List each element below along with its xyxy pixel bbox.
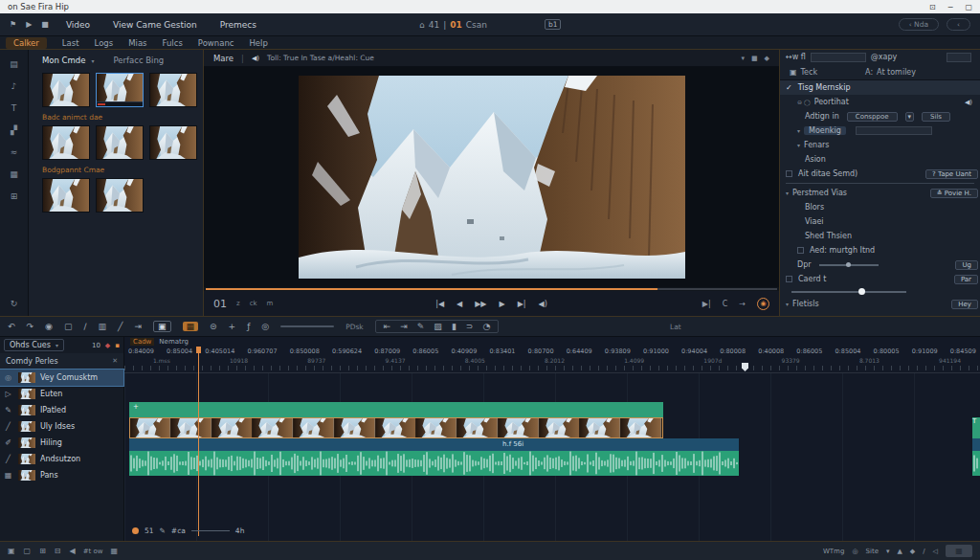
props-search-input[interactable] bbox=[811, 53, 866, 62]
scene-thumbnail[interactable] bbox=[253, 418, 294, 437]
clock-icon[interactable]: ◔ bbox=[482, 322, 490, 331]
search-box[interactable]: ‹ Nda bbox=[899, 18, 939, 31]
keyframe-icon[interactable]: ⊃ bbox=[466, 322, 474, 331]
fx-icon[interactable]: ƒ bbox=[247, 322, 250, 331]
mute-icon[interactable]: ◀) bbox=[959, 99, 978, 106]
zoom-icon[interactable]: ◎ bbox=[261, 322, 269, 331]
panel-icon[interactable]: ▦ bbox=[111, 547, 119, 555]
trim-icon[interactable]: ▥ bbox=[99, 322, 107, 331]
props-tree-row[interactable]: Asion bbox=[780, 152, 980, 167]
props-sub-item[interactable]: Blors bbox=[780, 200, 980, 214]
moenkig-input[interactable] bbox=[856, 126, 932, 135]
next-title-clip[interactable]: T bbox=[972, 417, 980, 438]
text-icon[interactable]: T bbox=[11, 103, 17, 113]
scene-thumbnail[interactable] bbox=[18, 389, 35, 399]
razor-icon[interactable]: ∕ bbox=[83, 322, 86, 331]
layer-row[interactable]: ▷ Euten bbox=[0, 386, 123, 402]
scene-thumbnail[interactable] bbox=[580, 418, 621, 437]
menu2-item[interactable]: Mias bbox=[128, 38, 146, 48]
scene-thumbnail[interactable] bbox=[540, 418, 581, 437]
layer-row[interactable]: ◎ Vey Comusktm bbox=[0, 370, 123, 386]
speaker-icon[interactable]: ◀) bbox=[252, 55, 259, 62]
red-marker-icon[interactable]: ◆ bbox=[105, 342, 110, 349]
scene-thumbnail[interactable] bbox=[130, 418, 171, 437]
props-sub-item[interactable]: Shed Thsien bbox=[780, 229, 980, 243]
dropdown-icon[interactable]: ▾ bbox=[741, 55, 745, 62]
slash-icon[interactable]: / bbox=[923, 548, 924, 555]
restore-icon[interactable]: ⊡ bbox=[929, 3, 936, 11]
prev-icon[interactable]: ◁ bbox=[933, 548, 938, 555]
sils-button[interactable]: Sils bbox=[922, 112, 950, 122]
overlay-icon[interactable]: ▦ bbox=[10, 169, 18, 179]
hey-button[interactable]: Hey bbox=[951, 300, 978, 309]
active-tool-button[interactable]: ▦ bbox=[183, 322, 199, 331]
site-label[interactable]: Site bbox=[866, 548, 879, 555]
ug-button[interactable]: Ug bbox=[955, 260, 978, 270]
go-start-button[interactable]: |◀ bbox=[435, 300, 444, 308]
preview-title[interactable]: Mare bbox=[213, 54, 234, 63]
scene-thumbnail[interactable] bbox=[335, 418, 376, 437]
marker-icon[interactable]: ⊜ bbox=[210, 322, 217, 331]
props-section-header[interactable]: ✓ Tisg Mernskip bbox=[780, 80, 980, 95]
transition-icon[interactable]: ▞ bbox=[11, 125, 17, 135]
add-track-icon[interactable]: ⊞ bbox=[39, 547, 46, 555]
pen-icon[interactable]: ✎ bbox=[417, 322, 425, 331]
tab-teck[interactable]: ▣Teck bbox=[780, 68, 827, 77]
scene-thumbnail[interactable] bbox=[96, 178, 144, 213]
prev-frame-button[interactable]: ◀ bbox=[457, 300, 462, 308]
timeline-tab[interactable]: Comdy Perles ✕ bbox=[0, 353, 123, 370]
layer-row[interactable]: ▦ Pans bbox=[0, 467, 123, 483]
scene-thumbnail[interactable] bbox=[18, 372, 35, 383]
step-button[interactable]: ▶| bbox=[702, 300, 711, 308]
brush-icon[interactable]: ▨ bbox=[434, 322, 442, 331]
add-icon[interactable]: + bbox=[229, 322, 236, 331]
record-icon[interactable]: ◉ bbox=[45, 322, 53, 331]
layer-row[interactable]: ╱ Andsutzon bbox=[0, 451, 123, 467]
props-filter-input[interactable] bbox=[947, 53, 971, 62]
caerd-checkbox[interactable] bbox=[786, 276, 792, 282]
preview-canvas[interactable] bbox=[204, 67, 779, 287]
media-panel-subtitle[interactable]: Perfacc Bing bbox=[113, 56, 164, 65]
fast-forward-button[interactable]: ▶▶ bbox=[475, 300, 486, 308]
snap-icon[interactable]: ⇥ bbox=[134, 322, 142, 331]
media-panel-title[interactable]: Mon Cmde bbox=[42, 56, 85, 65]
element-icon[interactable]: ⊞ bbox=[11, 191, 18, 201]
scene-thumbnail[interactable] bbox=[416, 418, 457, 437]
timeline-tracks-area[interactable]: Cadw Nematrg 0:840090:850040:4050140:960… bbox=[124, 337, 980, 541]
tracks-dropdown[interactable]: Ohds Cues ▾ bbox=[4, 339, 64, 351]
flag-icon[interactable]: ⚑ bbox=[10, 20, 16, 29]
menu2-active-item[interactable]: Calker bbox=[6, 37, 47, 49]
close-icon[interactable]: ✕ bbox=[112, 357, 118, 365]
layer-row[interactable]: ✎ IPatled bbox=[0, 402, 123, 418]
tape-uant-button[interactable]: ? Tape Uant bbox=[925, 169, 978, 179]
jump-start-icon[interactable]: ⇤ bbox=[384, 322, 391, 331]
loop-button[interactable]: C bbox=[723, 300, 728, 308]
maximize-icon[interactable]: ▢ bbox=[965, 3, 972, 11]
video-clip[interactable] bbox=[129, 417, 663, 438]
orange-marker-icon[interactable]: ▪ bbox=[115, 342, 120, 349]
pencil-icon[interactable]: ✎ bbox=[160, 526, 166, 535]
pointer-tool-button[interactable]: ▣ bbox=[153, 321, 171, 332]
caerd-slider[interactable] bbox=[791, 291, 906, 293]
props-sub-item[interactable]: Viaei bbox=[780, 214, 980, 229]
minimize-icon[interactable]: − bbox=[947, 3, 954, 11]
scene-thumbnail[interactable] bbox=[171, 418, 212, 437]
lock-button[interactable]: ▦ bbox=[946, 545, 972, 557]
next-audio-clip[interactable] bbox=[972, 451, 980, 476]
menu2-item[interactable]: Fulcs bbox=[163, 38, 183, 48]
record-dot-icon[interactable] bbox=[132, 527, 139, 534]
tab-at-tomiley[interactable]: A:At tomiley bbox=[856, 68, 925, 77]
scene-thumbnail[interactable] bbox=[42, 178, 90, 213]
effects-icon[interactable]: ≈ bbox=[11, 147, 18, 157]
fullscreen-icon[interactable]: ◆ bbox=[765, 55, 769, 62]
stop-icon[interactable]: ■ bbox=[751, 55, 758, 62]
scene-thumbnail[interactable] bbox=[149, 73, 197, 107]
export-frame-button[interactable]: → bbox=[739, 300, 746, 308]
next-audio-header[interactable] bbox=[972, 438, 980, 451]
ait-checkbox[interactable] bbox=[786, 170, 792, 177]
scene-thumbnail[interactable] bbox=[42, 125, 90, 160]
timeline-ruler[interactable]: 0:840090:850040:4050140:9607070:8500080:… bbox=[128, 347, 976, 355]
audio-clip-header[interactable]: h.f 56i bbox=[129, 438, 739, 451]
scene-thumbnail[interactable] bbox=[18, 405, 35, 415]
preview-small-control[interactable]: m bbox=[267, 300, 274, 307]
